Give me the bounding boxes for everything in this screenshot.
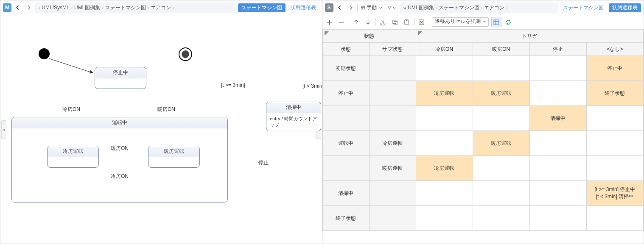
layout-icon — [361, 6, 365, 10]
nav-back-button[interactable] — [335, 3, 344, 12]
chevron-down-icon — [393, 6, 397, 10]
switch-to-diagram-link[interactable]: ステートマシン図 — [560, 3, 607, 12]
row-substate — [369, 181, 416, 206]
right-breadcrumb[interactable]: « UML図例集 › ステートマシン図 › エアコン › — [400, 3, 558, 13]
row-substate: 暖房運転 — [369, 156, 416, 181]
col-trigger[interactable]: 暖房ON — [473, 43, 529, 56]
transition-cell[interactable] — [473, 156, 529, 181]
transition-cell[interactable] — [416, 131, 473, 156]
breadcrumb-item[interactable]: エアコン — [151, 4, 171, 11]
final-state-node[interactable] — [179, 47, 192, 61]
table-row[interactable]: 清掃中[t >= 3min] 停止中 [t < 3min] 清掃中 — [322, 181, 644, 206]
diagram-canvas[interactable]: ◄ ► 停止中 運転中 冷房運転 暖房運転 — [0, 15, 322, 244]
move-up-button[interactable] — [352, 17, 361, 27]
table-row[interactable]: 終了状態 — [322, 206, 644, 231]
transition-cell[interactable]: 暖房運転 — [473, 81, 529, 106]
nav-forward-button[interactable] — [346, 3, 356, 12]
nav-forward-button[interactable] — [24, 3, 34, 12]
transition-cell[interactable]: [t >= 3min] 停止中 [t < 3min] 清掃中 — [586, 181, 643, 206]
tree-dropdown[interactable] — [386, 6, 398, 10]
transition-cell[interactable] — [416, 56, 473, 81]
transition-cell[interactable] — [416, 181, 473, 206]
state-cleaning[interactable]: 清掃中 entry / 時間カウントアップ — [266, 102, 321, 131]
table-row[interactable]: 運転中冷房運転暖房運転 — [322, 131, 644, 156]
transition-cell[interactable] — [529, 56, 586, 81]
breadcrumb-item[interactable]: UML/SysML — [42, 5, 69, 11]
table-pane: S 手動 « UML図例集 › ステートマシン図 › エアコン › — [322, 0, 644, 244]
diagram-pane: M › UML/SysML › UML図例集 › ステートマシン図 › エアコン… — [0, 0, 322, 244]
svg-rect-0 — [361, 6, 364, 9]
table-row[interactable]: 停止中冷房運転暖房運転終了状態 — [322, 81, 644, 106]
col-trigger[interactable]: 停止 — [529, 43, 586, 56]
transition-cell[interactable]: 清掃中 — [529, 106, 586, 131]
table-row[interactable]: 清掃中 — [322, 106, 644, 131]
transition-cell[interactable] — [529, 131, 586, 156]
svg-point-1 — [388, 6, 389, 7]
breadcrumb-overflow-icon[interactable]: « — [403, 5, 406, 11]
svg-rect-11 — [494, 19, 498, 24]
cut-button[interactable] — [378, 17, 388, 27]
breadcrumb-item[interactable]: UML図例集 — [74, 4, 100, 11]
transition-cell[interactable] — [473, 181, 529, 206]
table-corner: トリガ — [416, 30, 644, 43]
transition-cell[interactable] — [529, 156, 586, 181]
remove-button[interactable] — [337, 17, 346, 27]
guard-label: [t >= 3min] — [221, 82, 245, 88]
breadcrumb-item[interactable]: エアコン — [484, 4, 504, 11]
transition-cell[interactable]: 冷房運転 — [416, 81, 473, 106]
paste-button[interactable] — [402, 17, 412, 27]
chevron-down-icon — [378, 6, 382, 10]
highlight-select[interactable]: 遷移ありセルを強調 — [432, 17, 489, 27]
export-excel-button[interactable] — [417, 17, 426, 27]
transition-cell[interactable]: 冷房運転 — [416, 156, 473, 181]
transition-cell[interactable] — [586, 206, 643, 231]
nav-back-button[interactable] — [13, 3, 22, 12]
transition-cell[interactable] — [586, 131, 643, 156]
layout-mode-label: 手動 — [367, 4, 377, 11]
state-stop[interactable]: 停止中 — [95, 67, 146, 89]
transition-cell[interactable] — [529, 81, 586, 106]
state-heating[interactable]: 暖房運転 — [148, 146, 200, 168]
transition-cell[interactable] — [473, 56, 529, 81]
switch-to-table-link[interactable]: 状態遷移表 — [287, 3, 319, 12]
transition-cell[interactable] — [586, 106, 643, 131]
grid-toggle-button[interactable] — [491, 17, 501, 27]
table-row[interactable]: 暖房運転冷房運転 — [322, 156, 644, 181]
svg-point-4 — [381, 23, 382, 25]
table-toolbar: 遷移ありセルを強調 — [322, 15, 644, 29]
transition-cell[interactable] — [529, 181, 586, 206]
refresh-button[interactable] — [504, 17, 513, 27]
transition-cell[interactable] — [416, 206, 473, 231]
copy-button[interactable] — [390, 17, 400, 27]
transition-cell[interactable]: 暖房運転 — [473, 131, 529, 156]
left-breadcrumb[interactable]: › UML/SysML › UML図例集 › ステートマシン図 › エアコン › — [35, 3, 236, 13]
transition-table[interactable]: 状態 トリガ 状態 サブ状態 冷房ON 暖房ON 停止 <なし> 初期状態停止中… — [322, 29, 644, 244]
transition-cell[interactable] — [473, 106, 529, 131]
initial-state-node[interactable] — [39, 48, 50, 59]
col-substate[interactable]: サブ状態 — [369, 43, 416, 56]
transition-cell[interactable]: 終了状態 — [586, 81, 643, 106]
breadcrumb-item[interactable]: ステートマシン図 — [105, 4, 146, 11]
row-state: 運転中 — [322, 131, 369, 156]
layout-mode-dropdown[interactable]: 手動 — [359, 4, 384, 11]
col-state[interactable]: 状態 — [322, 43, 369, 56]
col-trigger[interactable]: <なし> — [586, 43, 643, 56]
col-group-trigger: トリガ — [522, 33, 537, 39]
transition-cell[interactable] — [416, 106, 473, 131]
table-corner: 状態 — [322, 30, 416, 43]
transition-label: 暖房ON — [111, 145, 129, 152]
transition-cell[interactable] — [586, 156, 643, 181]
breadcrumb-item[interactable]: UML図例集 — [408, 4, 434, 11]
svg-point-3 — [389, 8, 389, 9]
row-substate — [369, 56, 416, 81]
transition-cell[interactable] — [473, 206, 529, 231]
breadcrumb-item[interactable]: ステートマシン図 — [439, 4, 479, 11]
transition-cell[interactable]: 停止中 — [586, 56, 643, 81]
transition-cell[interactable] — [529, 206, 586, 231]
add-button[interactable] — [325, 17, 334, 27]
move-down-button[interactable] — [364, 17, 373, 27]
diagram-type-tag: ステートマシン図 — [238, 3, 286, 12]
state-cooling[interactable]: 冷房運転 — [47, 146, 99, 168]
col-trigger[interactable]: 冷房ON — [416, 43, 473, 56]
table-row[interactable]: 初期状態停止中 — [322, 56, 644, 81]
